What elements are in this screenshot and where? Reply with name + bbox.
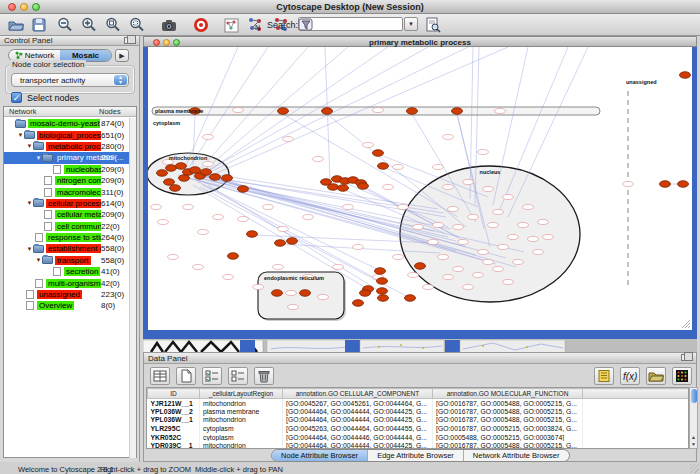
tree-row-response-to-stimulu[interactable]: response to stimulu264(0) <box>4 232 130 243</box>
unselect-attributes-icon[interactable] <box>228 367 248 385</box>
delete-attribute-icon[interactable] <box>254 367 274 385</box>
graph-node[interactable] <box>170 185 181 192</box>
import-attributes-icon[interactable] <box>646 367 666 385</box>
graph-node[interactable] <box>164 179 175 186</box>
graph-node[interactable] <box>377 288 388 295</box>
graph-node[interactable] <box>328 184 339 191</box>
tree-row-multi-organism-pro[interactable]: multi-organism pro42(0) <box>4 277 130 288</box>
graph-node[interactable] <box>377 278 388 285</box>
scroll-up-icon[interactable]: ▲ <box>690 434 697 441</box>
graph-node[interactable] <box>278 108 289 115</box>
network-overview-icon[interactable] <box>222 16 240 34</box>
search-options-icon[interactable] <box>424 16 442 34</box>
graph-node[interactable] <box>238 186 249 193</box>
matrix-view-icon[interactable] <box>672 367 692 385</box>
filter-icon[interactable] <box>297 16 315 34</box>
zoom-selected-icon[interactable] <box>128 16 146 34</box>
tree-row-cell-communicat[interactable]: cell communicat22(0) <box>4 221 130 232</box>
graph-node[interactable] <box>176 163 187 170</box>
tree-row-primary-metabo[interactable]: ▼primary metabo209(... <box>4 152 130 163</box>
expand-arrow-icon[interactable]: ▼ <box>26 246 33 252</box>
table-row[interactable]: YPL036W__2plasma membrane[GO:0044464, GO… <box>148 407 690 416</box>
zoom-window-button[interactable] <box>32 3 40 11</box>
graph-node[interactable] <box>338 185 349 192</box>
tree-row-nitrogen-compo[interactable]: nitrogen compo209(0) <box>4 175 130 186</box>
table-scrollbar[interactable]: ▲ ▼ <box>689 387 698 449</box>
select-attributes-icon[interactable] <box>202 367 222 385</box>
view-resize-grip[interactable] <box>682 320 690 328</box>
zoom-fit-icon[interactable] <box>104 16 122 34</box>
attribute-notes-icon[interactable] <box>594 367 614 385</box>
save-session-icon[interactable] <box>30 16 48 34</box>
graph-node[interactable] <box>190 167 201 174</box>
column-header[interactable]: _cellularLayoutRegion <box>200 389 283 399</box>
zoom-in-icon[interactable] <box>80 16 98 34</box>
graph-node[interactable] <box>405 295 416 302</box>
graph-node[interactable] <box>179 175 190 182</box>
vizmapper-blue-icon[interactable]: N <box>246 16 264 34</box>
graph-node[interactable] <box>378 295 389 302</box>
graph-node[interactable] <box>358 183 369 190</box>
node-color-dropdown[interactable]: transporter activity ▲▼ <box>11 73 129 87</box>
tree-row-biological-process[interactable]: ▼biological_process651(0) <box>4 129 130 140</box>
zoom-window-button[interactable] <box>173 39 180 46</box>
graph-node[interactable] <box>360 290 371 297</box>
column-header[interactable] <box>583 389 690 399</box>
window-resize-grip[interactable] <box>690 464 699 473</box>
expand-arrow-icon[interactable]: ▼ <box>35 155 42 161</box>
tree-row-secretion[interactable]: secretion41(0) <box>4 266 130 277</box>
table-row[interactable]: YLR295Ccytoplasm[GO:0045263, GO:0044464,… <box>148 424 690 433</box>
table-row[interactable]: YKR052Ccytoplasm[GO:0044464, GO:0044446,… <box>148 433 690 442</box>
expand-arrow-icon[interactable]: ▼ <box>26 200 33 206</box>
vizmapper-red-icon[interactable]: E <box>272 16 290 34</box>
minimize-button[interactable] <box>20 3 28 11</box>
graph-node[interactable] <box>166 165 177 172</box>
formula-builder-icon[interactable]: f(x) <box>620 367 640 385</box>
open-file-icon[interactable] <box>7 16 25 34</box>
tree-scrollbar[interactable] <box>129 118 136 458</box>
graph-node[interactable] <box>373 150 384 157</box>
table-row[interactable]: YJR121W__1mitochondrion[GO:0045267, GO:0… <box>148 399 690 408</box>
network-canvas[interactable]: plasma membranecytoplasmmitochondrionnuc… <box>148 47 692 330</box>
table-row[interactable]: YDR039C__1mitochondrion[GO:0044464, GO:0… <box>148 441 690 449</box>
graph-node[interactable] <box>375 268 386 275</box>
tree-row-cellular-process[interactable]: ▼cellular process614(0) <box>4 198 130 209</box>
new-attribute-icon[interactable] <box>176 367 196 385</box>
graph-node[interactable] <box>275 240 286 247</box>
graph-node[interactable] <box>272 290 283 297</box>
graph-node[interactable] <box>157 170 168 177</box>
column-header[interactable]: annotation.GO MOLECULAR_FUNCTION <box>433 389 583 399</box>
graph-node[interactable] <box>228 253 239 260</box>
expand-arrow-icon[interactable]: ▼ <box>26 143 33 149</box>
tree-row-macromolecule[interactable]: macromolecule311(0) <box>4 186 130 197</box>
tree-row-cellular-metabo[interactable]: cellular metabo209(0) <box>4 209 130 220</box>
column-header[interactable]: ID <box>148 389 200 399</box>
tab-edge-attribute-browser[interactable]: Edge Attribute Browser <box>368 450 464 461</box>
tree-row-establishment-of-lo[interactable]: ▼establishment of lo558(0) <box>4 243 130 254</box>
scroll-down-icon[interactable]: ▼ <box>690 441 697 448</box>
graph-node[interactable] <box>201 169 212 176</box>
expand-arrow-icon[interactable]: ▼ <box>17 132 24 138</box>
float-panel-icon[interactable] <box>681 354 688 361</box>
graph-node[interactable] <box>678 181 689 188</box>
float-panel-icon[interactable] <box>124 37 131 44</box>
zoom-out-icon[interactable] <box>56 16 74 34</box>
snapshot-icon[interactable] <box>160 16 178 34</box>
graph-node[interactable] <box>210 174 221 181</box>
graph-node[interactable] <box>452 108 463 115</box>
tree-row-metabolic-process[interactable]: ▼metabolic process280(0) <box>4 141 130 152</box>
tree-row-nucleobase-[interactable]: nucleobase-209(0) <box>4 164 130 175</box>
table-row[interactable]: YPL036W__1mitochondrion[GO:0044464, GO:0… <box>148 416 690 425</box>
tree-row-unassigned[interactable]: unassigned223(0) <box>4 289 130 300</box>
tab-network-attribute-browser[interactable]: Network Attribute Browser <box>464 450 569 461</box>
graph-node[interactable] <box>660 181 671 188</box>
graph-node[interactable] <box>407 108 418 115</box>
minimize-button[interactable] <box>163 39 170 46</box>
graph-node[interactable] <box>680 72 691 79</box>
tree-row-transport[interactable]: ▼transport558(0) <box>4 255 130 266</box>
graph-node[interactable] <box>322 108 333 115</box>
graph-node[interactable] <box>378 163 389 170</box>
attribute-table-icon[interactable] <box>150 367 170 385</box>
close-button[interactable] <box>153 39 160 46</box>
search-dropdown-button[interactable]: ▼ <box>404 17 418 31</box>
